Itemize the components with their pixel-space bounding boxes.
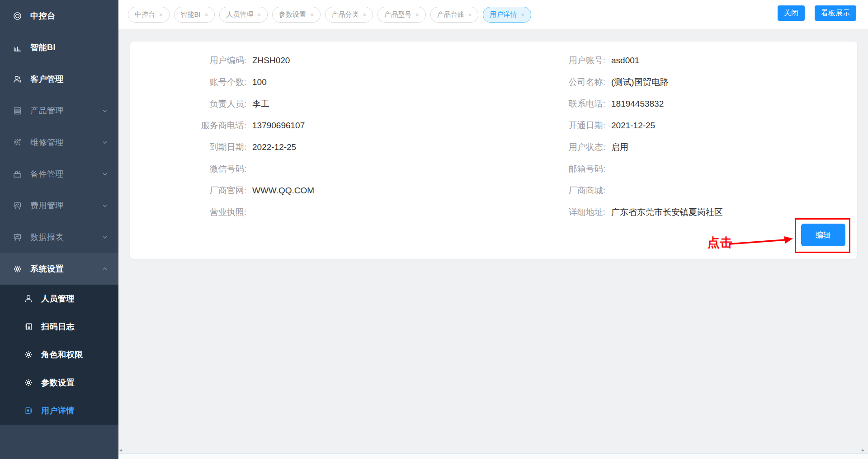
sidebar: 中控台 智能BI 客户管理 产品管理 维修管理 备件 (0, 0, 118, 459)
roles-icon (24, 350, 33, 359)
close-icon[interactable]: × (521, 12, 524, 18)
chevron-down-icon (101, 202, 108, 209)
chevron-down-icon (101, 107, 108, 114)
sidebar-subitem-scan-log[interactable]: 扫码日志 (0, 313, 118, 341)
tab-personnel[interactable]: 人员管理 × (219, 7, 268, 23)
sidebar-subitem-params[interactable]: 参数设置 (0, 369, 118, 397)
sidebar-item-label: 备件管理 (30, 169, 64, 179)
close-icon[interactable]: × (468, 12, 472, 18)
close-icon[interactable]: × (363, 12, 367, 18)
sidebar-item-customers[interactable]: 客户管理 (0, 63, 118, 95)
sidebar-item-repair[interactable]: 维修管理 (0, 126, 118, 158)
tab-product-ledger[interactable]: 产品台账 × (430, 7, 479, 23)
sidebar-item-label: 中控台 (30, 10, 56, 21)
detail-row: 账号个数: 100 (130, 71, 494, 93)
user-detail-icon (24, 406, 33, 415)
sidebar-item-label: 智能BI (30, 42, 56, 53)
detail-row: 微信号码: (130, 158, 494, 180)
chevron-down-icon (101, 170, 108, 178)
bi-chart-icon (13, 43, 22, 52)
topbar: 中控台 × 智能BI × 人员管理 × 参数设置 × 产品分类 × 产品型号 ×… (118, 0, 868, 29)
detail-row: 公司名称: (测试)国贸电路 (494, 71, 857, 93)
customers-icon (13, 75, 22, 84)
close-icon[interactable]: × (257, 12, 261, 18)
scan-log-icon (24, 322, 33, 331)
detail-row: 用户编码: ZHSH020 (130, 50, 494, 71)
tab-bi[interactable]: 智能BI × (174, 7, 215, 23)
tab-params[interactable]: 参数设置 × (272, 7, 321, 23)
horizontal-scrollbar[interactable] (118, 453, 868, 459)
repair-icon (13, 138, 22, 147)
chevron-down-icon (101, 139, 108, 146)
detail-row: 负责人员: 李工 (130, 93, 494, 115)
scroll-right-icon[interactable]: ▸ (862, 447, 864, 453)
close-icon[interactable]: × (310, 12, 314, 18)
products-icon (13, 106, 22, 116)
detail-row: 开通日期: 2021-12-25 (494, 115, 857, 136)
sidebar-subitem-personnel[interactable]: 人员管理 (0, 285, 118, 313)
edit-button[interactable]: 编辑 (801, 224, 845, 246)
person-icon (24, 294, 33, 303)
sidebar-subitem-roles[interactable]: 角色和权限 (0, 341, 118, 369)
chevron-down-icon (101, 234, 108, 241)
scroll-left-icon[interactable]: ◂ (119, 447, 122, 453)
settings-icon (13, 264, 22, 274)
console-icon (13, 11, 22, 21)
sidebar-item-label: 数据报表 (30, 232, 64, 243)
tab-console[interactable]: 中控台 × (128, 7, 170, 23)
tab-product-category[interactable]: 产品分类 × (325, 7, 373, 23)
main-content: 用户编码: ZHSH020 用户账号: asd001 账号个数: 100 公司名… (118, 29, 868, 459)
sidebar-item-expense[interactable]: 费用管理 (0, 190, 118, 221)
sidebar-item-products[interactable]: 产品管理 (0, 95, 118, 126)
tab-product-model[interactable]: 产品型号 × (377, 7, 426, 23)
sidebar-item-label: 维修管理 (30, 137, 64, 148)
detail-row: 用户账号: asd001 (494, 50, 857, 71)
sidebar-item-console[interactable]: 中控台 (0, 0, 118, 32)
sidebar-subitem-user-detail[interactable]: 用户详情 (0, 397, 118, 425)
expense-icon (13, 201, 22, 211)
chevron-up-icon (101, 265, 108, 272)
reports-icon (13, 233, 22, 242)
sidebar-item-bi[interactable]: 智能BI (0, 32, 118, 63)
sidebar-item-label: 费用管理 (30, 200, 64, 211)
user-detail-card: 用户编码: ZHSH020 用户账号: asd001 账号个数: 100 公司名… (130, 42, 857, 259)
detail-row: 厂商官网: WWW.QQ.COM (130, 180, 494, 201)
close-button[interactable]: 关闭 (778, 5, 805, 21)
close-icon[interactable]: × (415, 12, 419, 18)
detail-row: 到期日期: 2022-12-25 (130, 136, 494, 158)
spare-parts-icon (13, 169, 22, 179)
close-icon[interactable]: × (205, 12, 208, 18)
detail-row: 联系电话: 18194453832 (494, 93, 857, 115)
close-icon[interactable]: × (159, 12, 163, 18)
system-settings-submenu: 人员管理 扫码日志 角色和权限 参数设置 用户详情 (0, 285, 118, 425)
sidebar-item-spare-parts[interactable]: 备件管理 (0, 158, 118, 190)
params-icon (24, 378, 33, 387)
topbar-actions: 关闭 看板展示 (778, 5, 856, 21)
sidebar-item-label: 客户管理 (30, 74, 64, 84)
sidebar-item-label: 产品管理 (30, 105, 64, 116)
detail-row: 服务商电话: 13790696107 (130, 115, 494, 136)
detail-row: 用户状态: 启用 (494, 136, 857, 158)
detail-row: 厂商商城: (494, 180, 857, 201)
tab-bar: 中控台 × 智能BI × 人员管理 × 参数设置 × 产品分类 × 产品型号 ×… (128, 7, 531, 23)
detail-grid: 用户编码: ZHSH020 用户账号: asd001 账号个数: 100 公司名… (130, 42, 857, 223)
detail-row: 邮箱号码: (494, 158, 857, 180)
sidebar-item-label: 系统设置 (30, 263, 64, 274)
board-display-button[interactable]: 看板展示 (815, 5, 856, 21)
annotation-arrow-icon (727, 231, 799, 251)
tab-user-detail[interactable]: 用户详情 × (483, 7, 531, 23)
sidebar-item-reports[interactable]: 数据报表 (0, 221, 118, 253)
sidebar-item-system-settings[interactable]: 系统设置 (0, 253, 118, 285)
detail-row: 营业执照: (130, 201, 494, 223)
